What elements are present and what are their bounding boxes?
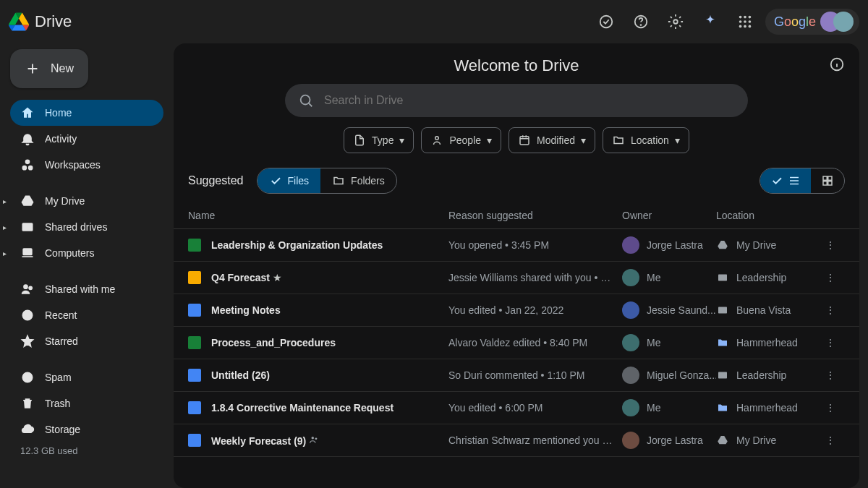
laptop-icon	[20, 246, 35, 260]
calendar-icon	[518, 134, 531, 147]
table-row[interactable]: Q4 Forecast ★ Jessie Williams shared wit…	[174, 262, 859, 294]
filter-location[interactable]: Location▾	[603, 127, 689, 153]
folder-icon	[612, 134, 625, 147]
more-menu-icon[interactable]: ⋮	[816, 304, 845, 316]
file-reason: So Duri commented • 1:10 PM	[448, 369, 622, 381]
plus-icon	[25, 61, 41, 77]
more-menu-icon[interactable]: ⋮	[816, 369, 845, 381]
grid-view-button[interactable]	[811, 168, 844, 193]
nav-spam[interactable]: Spam	[10, 364, 163, 390]
file-owner: Jessie Saund...	[622, 301, 716, 319]
table-header: Name Reason suggested Owner Location	[174, 202, 859, 229]
file-reason: Christian Schwarz mentioned you • 2...	[448, 435, 622, 446]
svg-rect-32	[718, 372, 727, 379]
col-owner: Owner	[622, 210, 716, 221]
offline-icon[interactable]	[592, 7, 621, 36]
svg-rect-27	[828, 176, 832, 180]
avatar	[622, 269, 639, 286]
slides-icon	[188, 271, 201, 284]
chevron-right-icon[interactable]: ▸	[3, 197, 7, 205]
chevron-down-icon: ▾	[399, 134, 404, 146]
filter-type[interactable]: Type▾	[344, 127, 414, 153]
nav-computers[interactable]: ▸Computers	[10, 240, 163, 266]
chevron-right-icon[interactable]: ▸	[3, 223, 7, 231]
table-row[interactable]: Untitled (26) So Duri commented • 1:10 P…	[174, 359, 859, 392]
svg-point-12	[749, 25, 752, 28]
more-menu-icon[interactable]: ⋮	[816, 272, 845, 283]
file-owner: Jorge Lastra	[622, 432, 716, 449]
avatar	[622, 367, 639, 384]
logo-area[interactable]: Drive	[9, 12, 72, 32]
col-name: Name	[188, 210, 448, 221]
more-menu-icon[interactable]: ⋮	[816, 239, 845, 251]
search-input[interactable]	[324, 94, 735, 107]
svg-point-8	[744, 20, 746, 23]
grid-icon	[821, 174, 834, 187]
file-name: Leadership & Organization Updates	[211, 239, 383, 251]
person-icon	[430, 134, 443, 147]
nav-home[interactable]: Home	[10, 100, 163, 126]
toggle-files[interactable]: Files	[258, 168, 321, 193]
chevron-right-icon[interactable]: ▸	[3, 249, 7, 257]
app-name: Drive	[35, 12, 72, 31]
drive-icon	[20, 194, 35, 208]
file-location[interactable]: Leadership	[716, 369, 816, 382]
file-location[interactable]: My Drive	[716, 239, 816, 252]
avatar	[622, 334, 639, 351]
file-owner: Miguel Gonza...	[622, 367, 716, 384]
file-name: Meeting Notes	[211, 304, 281, 316]
storage-used: 12.3 GB used	[10, 442, 163, 459]
svg-point-3	[673, 20, 678, 24]
table-row[interactable]: Weekly Forecast (9) Christian Schwarz me…	[174, 424, 859, 457]
svg-point-18	[24, 285, 27, 288]
gemini-icon[interactable]	[696, 7, 725, 36]
new-button[interactable]: New	[10, 49, 88, 88]
table-row[interactable]: Meeting Notes You edited • Jan 22, 2022 …	[174, 294, 859, 327]
nav-activity[interactable]: Activity	[10, 126, 163, 152]
google-logo: Google	[774, 14, 816, 30]
apps-icon[interactable]	[731, 7, 760, 36]
home-icon	[20, 106, 35, 120]
svg-point-14	[22, 166, 26, 170]
avatar	[833, 12, 854, 32]
file-location[interactable]: Hammerhead	[716, 401, 816, 414]
svg-point-7	[739, 20, 742, 23]
file-name: Process_and_Procedures	[211, 337, 336, 348]
nav-my-drive[interactable]: ▸My Drive	[10, 188, 163, 214]
file-location[interactable]: Buena Vista	[716, 304, 816, 317]
filter-people[interactable]: People▾	[421, 127, 501, 153]
help-icon[interactable]	[626, 7, 655, 36]
view-toggle	[760, 168, 845, 194]
avatar	[622, 236, 639, 254]
settings-icon[interactable]	[661, 7, 690, 36]
nav-trash[interactable]: Trash	[10, 390, 163, 416]
nav-workspaces[interactable]: Workspaces	[10, 152, 163, 178]
file-reason: You opened • 3:45 PM	[448, 239, 622, 251]
nav-recent[interactable]: Recent	[10, 302, 163, 328]
nav-storage[interactable]: Storage	[10, 416, 163, 442]
table-row[interactable]: Leadership & Organization Updates You op…	[174, 229, 859, 262]
file-list: Leadership & Organization Updates You op…	[174, 229, 859, 457]
table-row[interactable]: Process_and_Procedures Alvaro Valdez edi…	[174, 327, 859, 359]
svg-point-9	[749, 20, 752, 23]
search-bar[interactable]	[285, 84, 748, 117]
table-row[interactable]: 1.8.4 Corrective Maintenance Request You…	[174, 392, 859, 424]
filter-modified[interactable]: Modified▾	[509, 127, 595, 153]
more-menu-icon[interactable]: ⋮	[816, 402, 845, 414]
file-location[interactable]: My Drive	[716, 434, 816, 447]
svg-rect-31	[718, 307, 727, 314]
info-icon[interactable]	[829, 56, 845, 75]
svg-rect-17	[23, 249, 32, 254]
nav-starred[interactable]: Starred	[10, 328, 163, 354]
svg-point-11	[744, 25, 746, 28]
account-switcher[interactable]: Google	[765, 9, 859, 35]
file-location[interactable]: Hammerhead	[716, 336, 816, 349]
nav-shared-drives[interactable]: ▸Shared drives	[10, 214, 163, 240]
nav-shared-with-me[interactable]: Shared with me	[10, 276, 163, 302]
list-view-button[interactable]	[760, 168, 811, 193]
toggle-folders[interactable]: Folders	[320, 168, 396, 193]
more-menu-icon[interactable]: ⋮	[816, 337, 845, 348]
more-menu-icon[interactable]: ⋮	[816, 435, 845, 446]
search-icon	[298, 93, 314, 108]
file-location[interactable]: Leadership	[716, 271, 816, 284]
